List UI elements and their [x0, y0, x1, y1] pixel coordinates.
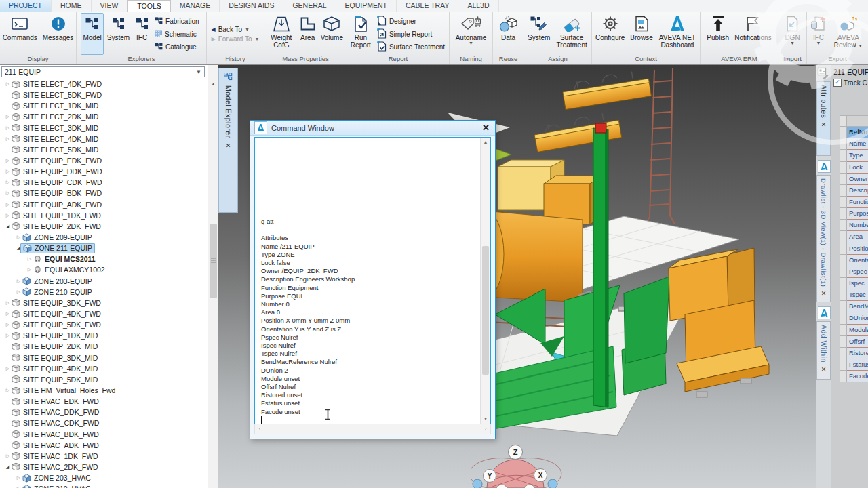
- attribute-row-indicator[interactable]: [840, 150, 847, 161]
- attribute-row[interactable]: Module: [840, 325, 868, 336]
- cmd-scroll-down-icon[interactable]: ▼: [481, 414, 490, 424]
- explorer-filter-combobox[interactable]: 211-EQUIP ▼: [1, 66, 205, 77]
- tree-item[interactable]: ▷SITE ELECT_2DK_MID: [0, 111, 208, 122]
- attributes-tab-close-icon[interactable]: ✕: [821, 121, 827, 128]
- tree-expand-icon[interactable]: ▷: [26, 256, 33, 262]
- tree-item[interactable]: ▷EQUI MCS2011: [0, 253, 208, 264]
- attribute-row-indicator[interactable]: [840, 325, 847, 336]
- tree-expand-icon[interactable]: ▷: [4, 125, 12, 131]
- attribute-row[interactable]: Owner: [840, 174, 868, 185]
- tree-item[interactable]: ▷SITE HM_Virtual_Holes_Fwd: [0, 385, 208, 396]
- commands-button[interactable]: Commands: [1, 13, 39, 55]
- tree-expand-icon[interactable]: ▷: [4, 453, 12, 459]
- drawlist-tab[interactable]: Drawlist - 3D View(1) - Drawlist(1) ✕: [816, 175, 831, 302]
- attribute-row[interactable]: Area: [840, 231, 868, 243]
- track-checkbox[interactable]: ✓: [833, 79, 842, 87]
- attribute-row-indicator[interactable]: [840, 197, 847, 208]
- attribute-row[interactable]: Fstatus: [840, 359, 868, 371]
- orientation-gizmo[interactable]: Z Y X: [471, 439, 566, 488]
- gizmo-dot-left[interactable]: [473, 479, 482, 488]
- ribbon-tab-equipment[interactable]: EQUIPMENT: [336, 0, 397, 12]
- tree-expand-icon[interactable]: ▷: [15, 235, 22, 240]
- tree-item[interactable]: SITE EQUIP_5DK_MID: [0, 374, 208, 385]
- ribbon-tab-home[interactable]: HOME: [52, 0, 92, 12]
- ribbon-tab-cable-tray[interactable]: CABLE TRAY: [397, 0, 458, 12]
- attribute-row-indicator[interactable]: [840, 312, 847, 324]
- volume-button[interactable]: Volume: [319, 13, 345, 55]
- tree-expand-icon[interactable]: ◢: [4, 464, 12, 470]
- surface-treatment-assign-button[interactable]: Surface Treatment: [553, 13, 590, 55]
- tree-item[interactable]: SITE EQUIP_3DK_MID: [0, 352, 208, 363]
- messages-button[interactable]: Messages: [41, 13, 76, 55]
- tree-expand-icon[interactable]: ▷: [4, 213, 12, 218]
- attribute-row-indicator[interactable]: [840, 301, 847, 312]
- attribute-row-indicator[interactable]: [840, 127, 847, 138]
- model-explorer-button[interactable]: Model: [81, 13, 103, 55]
- tree-item[interactable]: ▷SITE EQUIP_EDK_FWD: [0, 155, 208, 166]
- tree-item[interactable]: SITE ELECT_1DK_MID: [0, 100, 208, 111]
- gizmo-dot-right[interactable]: [548, 479, 557, 488]
- model-explorer-close-icon[interactable]: ✕: [226, 142, 231, 149]
- attribute-row-indicator[interactable]: [840, 255, 847, 266]
- ribbon-tab-tools[interactable]: TOOLS: [127, 0, 170, 12]
- attribute-row[interactable]: Function: [840, 197, 868, 208]
- tree-expand-icon[interactable]: ▷: [15, 279, 22, 284]
- autoname-button[interactable]: Autoname ▼: [454, 13, 489, 55]
- attribute-row-indicator[interactable]: [840, 243, 847, 255]
- tree-item[interactable]: ▷ZONE 209-EQUIP: [0, 232, 208, 243]
- designer-button[interactable]: Designer: [375, 15, 447, 27]
- command-window-titlebar[interactable]: Command Window ✕: [250, 121, 495, 136]
- tree-expand-icon[interactable]: ▷: [15, 289, 22, 295]
- attribute-row-indicator[interactable]: [840, 348, 847, 359]
- scroll-up-icon[interactable]: ▲: [208, 79, 218, 89]
- tree-expand-icon[interactable]: ▷: [4, 81, 12, 87]
- tree-expand-icon[interactable]: ▷: [4, 311, 12, 317]
- attribute-row-indicator[interactable]: [840, 208, 847, 220]
- system-assign-button[interactable]: System: [526, 13, 552, 55]
- aveva-review-button[interactable]: AVEVA Review ▼: [830, 13, 867, 55]
- forward-to-button[interactable]: ▶Forward To▼: [212, 35, 260, 43]
- simple-report-button[interactable]: Simple Report: [375, 28, 447, 40]
- tree-item[interactable]: SITE ELECT_5DK_FWD: [0, 89, 208, 100]
- attribute-row[interactable]: Type: [840, 150, 868, 161]
- tree-expand-icon[interactable]: ▷: [4, 136, 12, 142]
- tree-item[interactable]: ▷SITE EQUIP_CDK_FWD: [0, 177, 208, 188]
- tree-expand-icon[interactable]: ▷: [4, 366, 12, 371]
- tree-item[interactable]: ▷SITE EQUIP_BDK_FWD: [0, 188, 208, 199]
- attribute-row-indicator[interactable]: [840, 289, 847, 301]
- tree-item[interactable]: ◢ZONE 211-EQUIP: [0, 243, 208, 253]
- attribute-row[interactable]: Pspec: [840, 266, 868, 278]
- tree-item[interactable]: ▷SITE EQUIP_ADK_FWD: [0, 199, 208, 210]
- tree-expand-icon[interactable]: ▷: [4, 180, 12, 185]
- tree-item[interactable]: ◢SITE HVAC_2DK_FWD: [0, 462, 208, 472]
- tree-expand-icon[interactable]: ▷: [15, 475, 22, 481]
- tree-expand-icon[interactable]: ▷: [4, 169, 12, 174]
- attribute-row[interactable]: BendMa: [840, 301, 868, 312]
- tree-expand-icon[interactable]: ▷: [4, 322, 12, 327]
- tree-item[interactable]: SITE HVAC_ADK_FWD: [0, 440, 208, 451]
- cmd-scroll-left-icon[interactable]: ‹: [255, 424, 264, 434]
- tree-item[interactable]: SITE EQUIP_2DK_MID: [0, 341, 208, 352]
- dgn-import-button[interactable]: DGN ▼: [783, 13, 802, 55]
- attribute-row[interactable]: Purpose: [840, 208, 868, 220]
- tree-expand-icon[interactable]: ▷: [4, 190, 12, 196]
- data-button[interactable]: Data: [497, 13, 520, 55]
- attribute-row-indicator[interactable]: [840, 359, 847, 371]
- area-button[interactable]: Area: [298, 13, 317, 55]
- tree-item[interactable]: SITE HVAC_BDK_FWD: [0, 429, 208, 440]
- attribute-row[interactable]: Tspec: [840, 289, 868, 301]
- command-window[interactable]: Command Window ✕ q att Attributes Name /…: [250, 120, 496, 439]
- tree-item[interactable]: ▷EQUI AXMCY1002: [0, 264, 208, 275]
- cmd-scroll-right-icon[interactable]: ›: [481, 424, 490, 434]
- command-vertical-scrollbar[interactable]: ▲ ▼: [480, 138, 490, 424]
- model-explorer-tab[interactable]: Model Explorer ✕: [218, 68, 238, 213]
- add-within-tab-close-icon[interactable]: ✕: [821, 366, 827, 373]
- attribute-row-indicator[interactable]: [840, 138, 847, 150]
- tree-item[interactable]: ▷SITE EQUIP_4DK_MID: [0, 363, 208, 374]
- tree-item[interactable]: ▷SITE ELECT_4DK_FWD: [0, 79, 208, 89]
- attribute-row[interactable]: Ispec: [840, 278, 868, 289]
- ribbon-tab-general[interactable]: GENERAL: [283, 0, 336, 12]
- attribute-row[interactable]: Offsrf: [840, 336, 868, 348]
- system-explorer-button[interactable]: System: [105, 13, 132, 55]
- attribute-row[interactable]: Orientat: [840, 255, 868, 266]
